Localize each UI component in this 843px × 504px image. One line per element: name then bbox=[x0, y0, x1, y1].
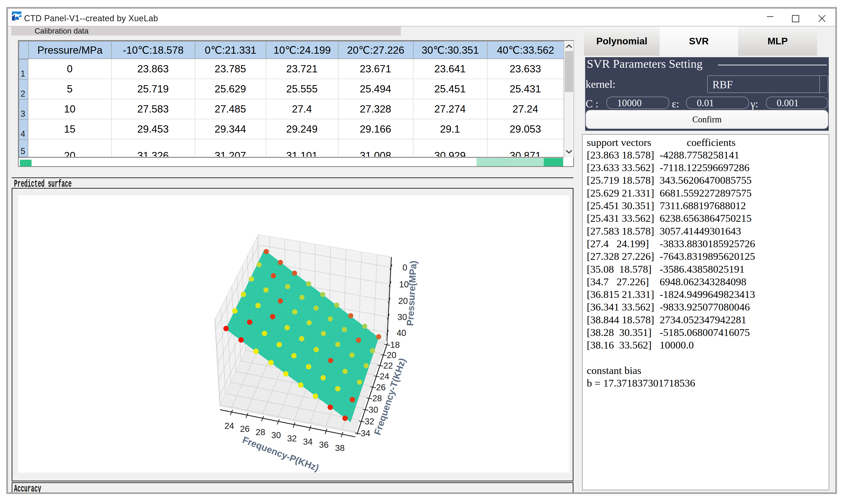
svg-text:0: 0 bbox=[402, 263, 407, 272]
svg-text:18: 18 bbox=[390, 340, 400, 350]
svg-text:20: 20 bbox=[387, 350, 397, 360]
svg-text:34: 34 bbox=[303, 437, 313, 447]
svg-text:40: 40 bbox=[397, 328, 406, 338]
svg-text:36: 36 bbox=[319, 440, 329, 450]
svg-text:32: 32 bbox=[365, 417, 374, 426]
svg-text:38: 38 bbox=[335, 443, 345, 453]
svg-text:34: 34 bbox=[361, 429, 370, 438]
svg-text:30: 30 bbox=[271, 430, 281, 440]
svg-text:32: 32 bbox=[287, 434, 297, 443]
svg-text:26: 26 bbox=[240, 424, 249, 434]
svg-text:28: 28 bbox=[372, 394, 382, 403]
svg-text:24: 24 bbox=[225, 421, 234, 431]
svg-text:26: 26 bbox=[376, 383, 386, 392]
svg-text:24: 24 bbox=[380, 372, 389, 381]
svg-text:30: 30 bbox=[369, 405, 378, 415]
svg-text:28: 28 bbox=[256, 428, 265, 437]
svg-text:22: 22 bbox=[383, 361, 393, 371]
